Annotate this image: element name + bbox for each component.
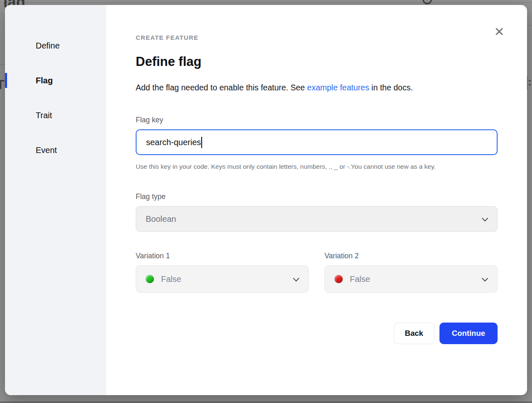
search-icon xyxy=(422,0,432,4)
background-bottom-edge xyxy=(0,401,532,403)
continue-button[interactable]: Continue xyxy=(439,323,498,344)
description-text: in the docs. xyxy=(369,83,413,92)
variation-2-label: Variation 2 xyxy=(325,252,498,260)
variation-1: Variation 1 False xyxy=(136,252,309,293)
close-icon[interactable]: ✕ xyxy=(491,24,507,40)
flag-key-value: search-queries xyxy=(146,138,201,147)
variation-1-label: Variation 1 xyxy=(136,252,309,260)
background-clipped-text-right: : xyxy=(528,75,532,88)
modal-eyebrow: CREATE FEATURE xyxy=(136,34,498,41)
background-header-divider xyxy=(0,2,532,3)
page-title: Define flag xyxy=(136,54,498,69)
description-text: Add the flag needed to enable this featu… xyxy=(136,83,307,92)
background-clipped-text-left: T xyxy=(0,77,5,92)
step-event[interactable]: Event xyxy=(5,133,106,168)
back-button[interactable]: Back xyxy=(394,323,434,344)
step-flag[interactable]: Flag xyxy=(5,63,106,98)
step-label: Trait xyxy=(36,111,52,120)
background-divider-right xyxy=(527,25,532,26)
variations-row: Variation 1 False Variation 2 False xyxy=(136,252,498,293)
step-label: Event xyxy=(36,146,57,155)
variation-2: Variation 2 False xyxy=(325,252,498,293)
flag-key-help-text: Use this key in your code. Keys must onl… xyxy=(136,162,493,172)
background-divider-left xyxy=(0,64,5,65)
variation-2-value: False xyxy=(350,274,482,284)
chevron-down-icon xyxy=(482,275,488,282)
flag-key-input[interactable]: search-queries xyxy=(136,129,498,155)
step-label: Flag xyxy=(36,76,53,85)
chevron-down-icon xyxy=(482,215,488,221)
modal-content: ✕ CREATE FEATURE Define flag Add the fla… xyxy=(106,5,527,395)
create-feature-modal: Define Flag Trait Event ✕ CREATE FEATURE… xyxy=(5,5,527,395)
green-dot-icon xyxy=(146,275,154,283)
example-features-link[interactable]: example features xyxy=(307,83,369,92)
step-define[interactable]: Define xyxy=(5,28,106,63)
variation-1-select[interactable]: False xyxy=(136,265,309,293)
flag-type-value: Boolean xyxy=(146,214,482,224)
active-step-indicator xyxy=(5,73,7,88)
flag-key-label: Flag key xyxy=(136,116,498,124)
wizard-steps-sidebar: Define Flag Trait Event xyxy=(5,5,106,395)
variation-1-value: False xyxy=(161,274,293,284)
red-dot-icon xyxy=(334,275,343,283)
text-cursor xyxy=(201,137,202,148)
flag-type-select[interactable]: Boolean xyxy=(136,206,498,232)
variation-2-select[interactable]: False xyxy=(325,265,498,293)
chevron-down-icon xyxy=(293,275,300,282)
flag-type-label: Flag type xyxy=(136,192,498,201)
step-label: Define xyxy=(36,41,60,51)
step-trait[interactable]: Trait xyxy=(5,98,106,133)
modal-description: Add the flag needed to enable this featu… xyxy=(136,80,476,95)
modal-actions: Back Continue xyxy=(136,323,498,344)
